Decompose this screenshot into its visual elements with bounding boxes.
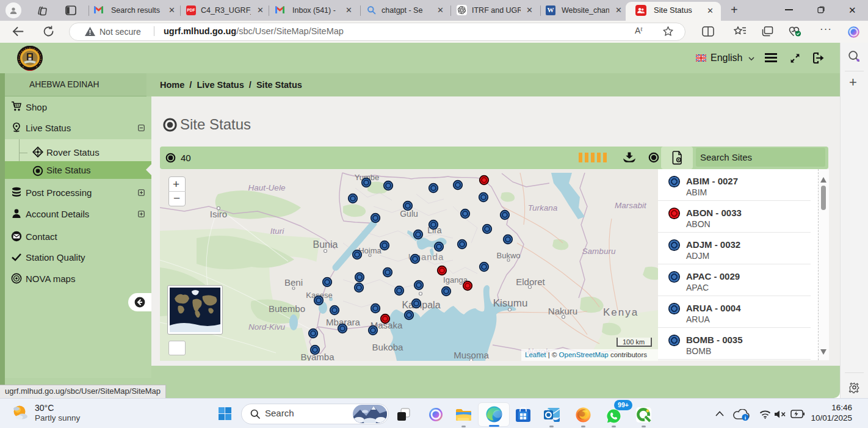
svg-text:Turkana: Turkana	[528, 203, 558, 212]
svg-text:Kisumu: Kisumu	[493, 297, 528, 309]
svg-text:Bukoba: Bukoba	[372, 342, 404, 352]
svg-text:100 km: 100 km	[623, 338, 645, 346]
svg-text:Kenya: Kenya	[603, 306, 638, 318]
svg-text:Isiro: Isiro	[210, 209, 227, 219]
svg-text:Kampala: Kampala	[402, 300, 440, 310]
svg-text:Marsabit: Marsabit	[615, 201, 647, 210]
svg-text:Beni: Beni	[284, 277, 303, 288]
svg-text:Ituri: Ituri	[270, 227, 285, 236]
svg-text:Nakuru: Nakuru	[548, 306, 577, 316]
svg-text:Nord-Kivu: Nord-Kivu	[248, 322, 286, 332]
svg-text:Bunia: Bunia	[313, 239, 338, 250]
svg-text:Samburu: Samburu	[582, 247, 616, 256]
svg-text:Butembo: Butembo	[269, 303, 305, 314]
svg-text:Leaflet | © OpenStreetMap cont: Leaflet | © OpenStreetMap contributors	[525, 351, 647, 358]
svg-text:Haut-Uele: Haut-Uele	[248, 183, 286, 192]
